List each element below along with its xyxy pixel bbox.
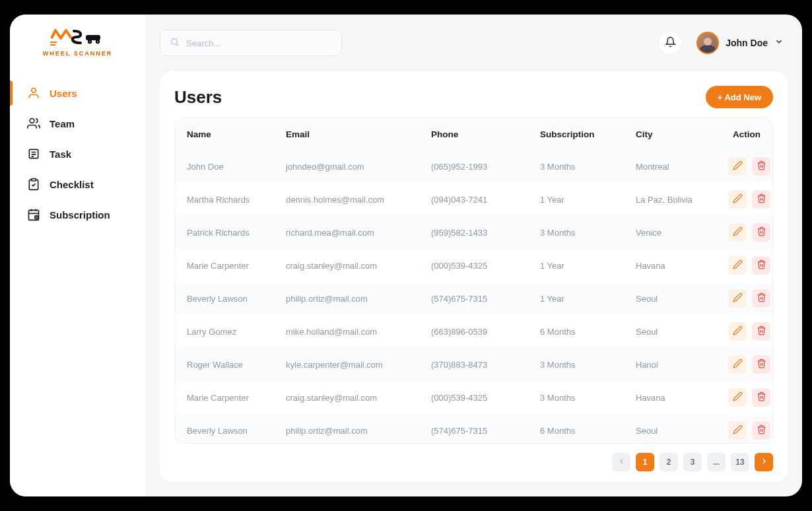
card-header: Users + Add New — [174, 86, 773, 108]
cell-email: kyle.carpenter@mail.com — [286, 360, 431, 370]
cell-email: johndeo@gmail.com — [286, 162, 431, 172]
edit-button[interactable] — [728, 289, 747, 308]
cell-name: Beverly Lawson — [187, 294, 286, 304]
table-row: Roger Wallacekyle.carpenter@mail.com(370… — [175, 348, 772, 381]
users-card: Users + Add New NameEmailPhoneSubscripti… — [160, 71, 788, 482]
delete-button[interactable] — [752, 388, 770, 407]
page-button[interactable]: 2 — [660, 453, 678, 471]
sidebar-item-label: Users — [50, 88, 77, 99]
avatar — [696, 32, 719, 54]
cell-actions — [728, 289, 770, 308]
cell-phone: (574)675-7315 — [431, 426, 540, 436]
delete-button[interactable] — [752, 190, 770, 209]
cell-phone: (065)952-1993 — [431, 162, 540, 172]
cell-email: richard.mea@mail.com — [286, 228, 431, 238]
sidebar: WHEEL SCANNER UsersTeamTaskChecklistSubs… — [10, 15, 145, 496]
chevron-down-icon — [774, 37, 784, 49]
table-row: Marie Carpentercraig.stanley@mail.com(00… — [175, 249, 772, 282]
cell-subscription: 6 Months — [540, 426, 636, 436]
delete-button[interactable] — [752, 322, 770, 341]
edit-button[interactable] — [728, 190, 747, 209]
cell-name: John Doe — [187, 162, 286, 172]
cell-name: Roger Wallace — [187, 360, 286, 370]
trash-icon — [757, 292, 766, 304]
delete-button[interactable] — [752, 223, 770, 242]
add-new-button[interactable]: + Add New — [706, 86, 773, 108]
search-input[interactable] — [186, 38, 332, 48]
trash-icon — [757, 392, 766, 403]
table-row: Patrick Richardsrichard.mea@mail.com(959… — [175, 216, 772, 249]
trash-icon — [757, 193, 766, 205]
checklist-icon — [27, 178, 40, 191]
edit-button[interactable] — [728, 388, 747, 407]
delete-button[interactable] — [752, 256, 770, 275]
edit-button[interactable] — [728, 355, 747, 374]
edit-icon — [733, 193, 743, 205]
cell-phone: (370)883-8473 — [431, 360, 540, 370]
task-icon — [27, 147, 40, 160]
delete-button[interactable] — [752, 289, 770, 308]
cell-name: Larry Gomez — [187, 327, 286, 337]
svg-point-3 — [88, 41, 90, 42]
cell-actions — [728, 256, 770, 275]
page-next-button[interactable] — [755, 453, 773, 471]
cell-city: Venice — [636, 228, 728, 238]
page-button[interactable]: 1 — [636, 453, 654, 471]
cell-phone: (959)582-1433 — [431, 228, 540, 238]
cell-actions — [728, 322, 770, 341]
sidebar-item-label: Team — [50, 118, 75, 129]
cell-name: Martha Richards — [187, 195, 286, 205]
sidebar-item-checklist[interactable]: Checklist — [10, 169, 145, 199]
sidebar-item-subscription[interactable]: Subscription — [10, 199, 145, 230]
sidebar-item-label: Checklist — [50, 179, 94, 190]
user-menu[interactable]: John Doe — [696, 32, 784, 54]
page-ellipsis: ... — [707, 453, 726, 471]
cell-subscription: 6 Months — [540, 327, 636, 337]
svg-point-4 — [96, 41, 98, 42]
cell-city: Montreal — [636, 162, 728, 172]
edit-button[interactable] — [728, 421, 747, 440]
cell-email: craig.stanley@mail.com — [286, 393, 431, 403]
cell-email: mike.holland@mail.com — [286, 327, 431, 337]
sidebar-item-label: Subscription — [50, 209, 110, 221]
brand-name: WHEEL SCANNER — [43, 50, 112, 57]
edit-button[interactable] — [728, 322, 747, 341]
trash-icon — [757, 325, 766, 337]
cell-name: Patrick Richards — [187, 228, 286, 238]
table-row: Marie Carpentercraig.stanley@mail.com(00… — [175, 381, 772, 414]
svg-point-8 — [30, 119, 34, 123]
delete-button[interactable] — [752, 421, 770, 440]
notifications-button[interactable] — [658, 31, 682, 55]
page-button[interactable]: 13 — [731, 453, 749, 471]
users-table: NameEmailPhoneSubscriptionCityAction Joh… — [174, 118, 773, 444]
edit-button[interactable] — [728, 256, 747, 275]
chevron-left-icon — [617, 457, 626, 467]
edit-button[interactable] — [728, 223, 747, 242]
cell-city: Seoul — [636, 294, 728, 304]
edit-button[interactable] — [728, 157, 747, 176]
svg-rect-13 — [32, 179, 36, 181]
cell-name: Beverly Lawson — [187, 426, 286, 436]
page-title: Users — [174, 87, 222, 108]
page-prev-button[interactable] — [612, 453, 630, 471]
svg-point-7 — [32, 88, 36, 93]
column-header: Action — [733, 129, 761, 139]
search-box[interactable] — [160, 30, 342, 56]
cell-email: craig.stanley@mail.com — [286, 261, 431, 271]
table-row: Beverly Lawsonphilip.ortiz@mail.com(574)… — [175, 282, 772, 315]
cell-name: Marie Carpenter — [187, 261, 286, 271]
table-row: Beverly Lawsonphilip.ortiz@mail.com(574)… — [175, 414, 772, 444]
table-header: NameEmailPhoneSubscriptionCityAction — [175, 118, 772, 150]
sidebar-item-users[interactable]: Users — [10, 78, 145, 108]
trash-icon — [757, 358, 766, 370]
page-button[interactable]: 3 — [683, 453, 702, 471]
column-header: Email — [286, 129, 431, 139]
edit-icon — [733, 392, 743, 403]
topbar: John Doe — [145, 15, 802, 71]
delete-button[interactable] — [752, 157, 770, 176]
trash-icon — [757, 259, 766, 271]
cell-actions — [728, 355, 770, 374]
sidebar-item-team[interactable]: Team — [10, 108, 145, 139]
sidebar-item-task[interactable]: Task — [10, 139, 145, 169]
delete-button[interactable] — [752, 355, 770, 374]
